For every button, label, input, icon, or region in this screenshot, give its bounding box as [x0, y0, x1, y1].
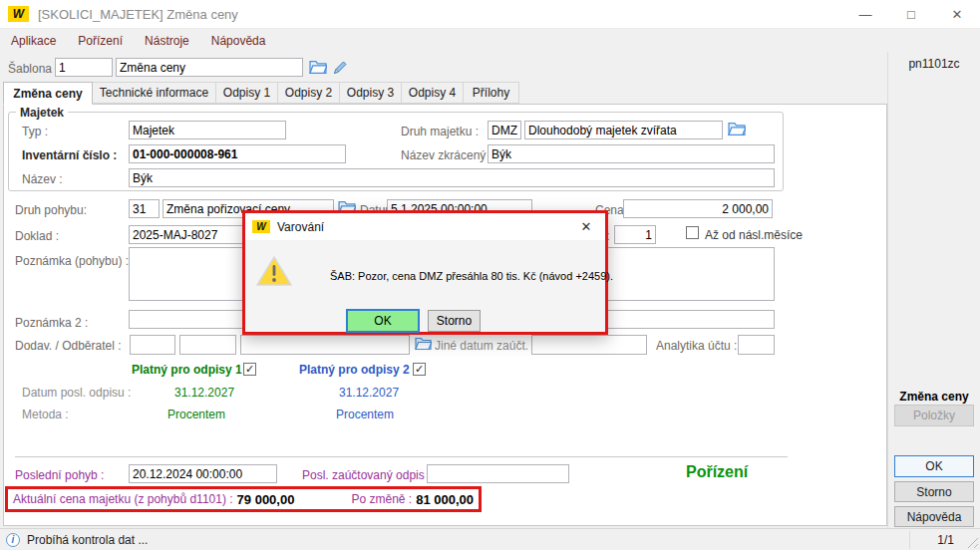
- majetek-legend: Majetek: [16, 106, 68, 120]
- storno-button[interactable]: Storno: [894, 481, 974, 502]
- folder-open-icon[interactable]: [415, 336, 432, 350]
- check-icon: ✓: [415, 363, 424, 375]
- check-icon: ✓: [245, 363, 254, 375]
- typ-input[interactable]: [129, 121, 286, 139]
- aktualni-cena-highlight-box: Aktuální cena majetku (z pohybů d1101) :…: [5, 486, 482, 512]
- dodavatel-code1-input[interactable]: [130, 335, 175, 355]
- dodavatel-odberatel-label: Dodav. / Odběratel :: [15, 339, 122, 353]
- info-icon: i: [6, 533, 20, 547]
- doklad-label: Doklad :: [15, 229, 59, 243]
- posl-zauctovany-odpis-label: Posl. zaúčtovaný odpis :: [302, 468, 431, 482]
- polozky-button[interactable]: Položky: [894, 405, 974, 426]
- aktualni-cena-value: 79 000,00: [237, 492, 295, 507]
- nazev-label: Název :: [22, 172, 63, 186]
- inventarni-cislo-input[interactable]: [129, 144, 346, 163]
- nazev-zkraceny-input[interactable]: [488, 144, 775, 163]
- po-zmene-label: Po změně :: [351, 492, 412, 506]
- warning-dialog-body: ŠAB: Pozor, cena DMZ přesáhla 80 tis. Kč…: [245, 240, 605, 334]
- panel-separator: [887, 52, 888, 528]
- menu-item-aplikace[interactable]: Aplikace: [0, 34, 67, 48]
- pencil-icon[interactable]: [333, 60, 348, 75]
- resize-grip[interactable]: [965, 535, 978, 548]
- napoveda-button[interactable]: Nápověda: [894, 506, 974, 527]
- tab-odpisy-2[interactable]: Odpisy 2: [278, 82, 340, 104]
- warning-message: ŠAB: Pozor, cena DMZ přesáhla 80 tis. Kč…: [330, 270, 599, 282]
- datum-posl-odpisu2-value: 31.12.2027: [339, 386, 399, 400]
- druh-pohybu-label: Druh pohybu:: [15, 203, 87, 217]
- status-divider: [909, 531, 910, 549]
- cena-input[interactable]: [623, 199, 773, 218]
- metoda-label: Metoda :: [22, 408, 69, 421]
- tab-odpisy-3[interactable]: Odpisy 3: [340, 82, 402, 104]
- window-controls: — □ ✕: [842, 0, 980, 28]
- metoda2-value: Procentem: [336, 408, 394, 421]
- record-counter: 1/1: [937, 533, 954, 547]
- template-id-input[interactable]: [55, 58, 113, 77]
- posl-zauctovany-odpis-input[interactable]: [427, 464, 569, 483]
- platny-odpisy1-checkbox[interactable]: ✓: [243, 363, 256, 376]
- analytika-uctu-input[interactable]: [738, 335, 775, 355]
- tab-zmena-ceny[interactable]: Změna ceny: [3, 82, 93, 105]
- menu-bar: Aplikace Pořízení Nástroje Nápověda: [0, 29, 980, 52]
- panel-title: Změna ceny: [890, 390, 978, 404]
- dialog-ok-button[interactable]: OK: [346, 309, 420, 333]
- footer-divider: [15, 456, 788, 457]
- druh-majetku-name-input[interactable]: [524, 121, 723, 139]
- tab-prilohy[interactable]: Přílohy: [464, 82, 519, 104]
- datum-posl-odpisu1-value: 31.12.2027: [174, 386, 234, 400]
- ok-button[interactable]: OK: [894, 455, 974, 477]
- druh-pohybu-code-input[interactable]: [129, 199, 160, 218]
- maximize-icon[interactable]: □: [888, 0, 934, 28]
- typ-label: Typ :: [22, 125, 48, 138]
- po-zmene-value: 81 000,00: [416, 492, 474, 507]
- folder-open-icon[interactable]: [309, 59, 327, 74]
- title-bar: W [SKOLICI_MAJETEK] Změna ceny — □ ✕: [0, 0, 980, 29]
- tab-odpisy-4[interactable]: Odpisy 4: [402, 82, 464, 104]
- datum-posl-odpisu-label: Datum posl. odpisu :: [22, 386, 131, 400]
- posledni-pohyb-input[interactable]: [129, 464, 277, 483]
- poznamka2-label: Poznámka 2 :: [15, 316, 88, 330]
- status-text: Probíhá kontrola dat ...: [27, 533, 148, 547]
- warning-dialog-title: Varování: [277, 220, 324, 234]
- dodavatel-name-input[interactable]: [240, 335, 410, 355]
- platny-odpisy2-header: Platný pro odpisy 2: [299, 363, 410, 377]
- tab-strip: Změna ceny Technické informace Odpisy 1 …: [3, 82, 519, 105]
- metoda1-value: Procentem: [167, 408, 225, 421]
- stav-porizeni-value: Pořízení: [686, 463, 748, 481]
- druh-majetku-code-input[interactable]: [488, 121, 521, 139]
- warning-dialog-titlebar: W Varování ✕: [245, 213, 605, 240]
- poznamka-pohybu-label: Poznámka (pohybu) :: [15, 254, 129, 268]
- nazev-zkraceny-label: Název zkrácený :: [401, 148, 492, 162]
- nazev-input[interactable]: [129, 168, 775, 187]
- form-code: pn1101zc: [890, 57, 978, 71]
- close-icon[interactable]: ✕: [567, 213, 605, 240]
- platny-odpisy2-checkbox[interactable]: ✓: [413, 363, 426, 376]
- close-icon[interactable]: ✕: [934, 0, 980, 28]
- analytika-uctu-label: Analytika účtu :: [656, 339, 737, 353]
- az-od-checkbox[interactable]: [686, 226, 699, 239]
- minimize-icon[interactable]: —: [842, 0, 888, 28]
- jine-datum-zauct-label: Jiné datum zaúčt. :: [435, 339, 535, 353]
- folder-open-icon[interactable]: [728, 121, 746, 136]
- app-logo-icon: W: [252, 220, 270, 233]
- template-name-input[interactable]: [116, 58, 303, 77]
- tab-technicke-informace[interactable]: Technické informace: [93, 82, 216, 104]
- menu-item-napoveda[interactable]: Nápověda: [200, 34, 277, 48]
- kusy-input[interactable]: [614, 225, 656, 244]
- menu-item-nastroje[interactable]: Nástroje: [134, 34, 200, 48]
- warning-dialog: W Varování ✕ ŠAB: Pozor, cena DMZ přesáh…: [242, 210, 608, 335]
- template-label: Šablona :: [8, 62, 59, 76]
- window-title: [SKOLICI_MAJETEK] Změna ceny: [38, 7, 238, 22]
- az-od-label: Až od násl.měsíce: [705, 228, 803, 242]
- platny-odpisy1-header: Platný pro odpisy 1: [132, 363, 242, 377]
- warning-triangle-icon: [256, 255, 292, 291]
- menu-item-porizeni[interactable]: Pořízení: [67, 34, 134, 48]
- jine-datum-zauct-input[interactable]: [531, 335, 647, 355]
- tab-odpisy-1[interactable]: Odpisy 1: [216, 82, 278, 104]
- posledni-pohyb-label: Poslední pohyb :: [15, 468, 104, 482]
- druh-majetku-label: Druh majetku :: [401, 125, 479, 138]
- status-bar: i Probíhá kontrola dat ... 1/1: [0, 528, 980, 550]
- dialog-storno-button[interactable]: Storno: [428, 310, 481, 332]
- inventarni-cislo-label: Inventární číslo :: [22, 148, 117, 162]
- dodavatel-code2-input[interactable]: [179, 335, 236, 355]
